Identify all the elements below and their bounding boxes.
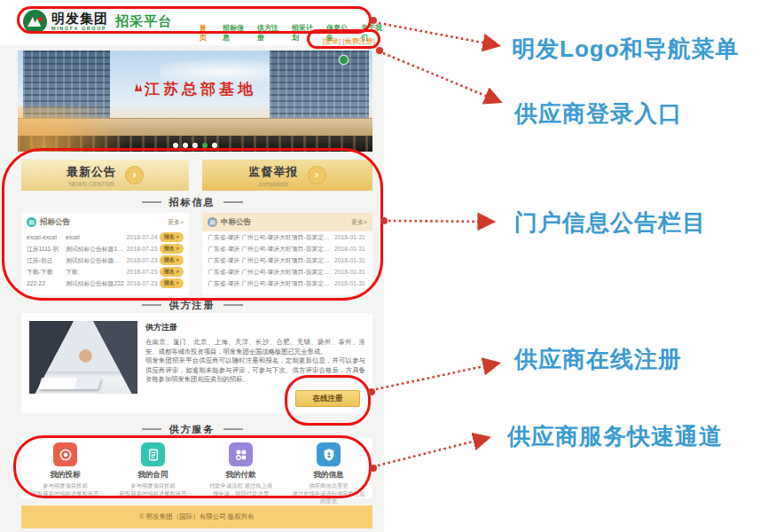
- title-dash: [223, 304, 243, 306]
- news-center-button[interactable]: 最新公告 NEWS CENTER ›: [21, 160, 189, 191]
- signup-button[interactable]: 报名 >: [160, 267, 184, 277]
- service-desc: 参与明发项目投标获取最新的招标进展和状态: [109, 482, 197, 497]
- table-row[interactable]: 广东省-肇庆 广州公司-肇庆大旺项目-前策定位... 2018-01-31: [202, 254, 372, 266]
- row-date: 2018-01-31: [334, 234, 367, 240]
- carousel-dot-active[interactable]: [202, 143, 208, 148]
- table-row[interactable]: excel-excel excel 2018-07-24 报名 >: [21, 231, 189, 243]
- row-region: 江苏1111-宿: [27, 245, 66, 254]
- table-row[interactable]: 江苏1111-宿 测试招标公告标题1111 2018-07-23 报名 >: [21, 243, 189, 254]
- annotation-portal-info: 门户信息公告栏目: [514, 207, 706, 239]
- callout-dot: [370, 17, 377, 24]
- row-title: 测试招标公告标题附件: [66, 256, 127, 265]
- row-title: 广东省-肇庆 广州公司-肇庆大旺项目-前策定位...: [208, 268, 334, 277]
- annotated-screenshot: 明发集团 MINGFA GROUP 招采平台 首页 招标信息 供方注册 招采计划…: [0, 0, 776, 532]
- payment-blocks-icon: [229, 442, 253, 466]
- table-row[interactable]: 广东省-肇庆 广州公司-肇庆大旺项目-前策定位... 2018-01-31: [202, 231, 372, 243]
- banner-building-logo-icon: [340, 56, 348, 64]
- banner-sign-logo-icon: [134, 83, 143, 95]
- table-row[interactable]: 广东省-肇庆 广州公司-肇庆大旺项目-前策定位... 2018-01-31: [202, 243, 372, 254]
- service-desc: 供应商信息变更通过在线申请进行供应商信息的变更: [285, 482, 372, 505]
- annotation-service-channel: 供应商服务快速通道: [507, 421, 723, 452]
- brand-name: 明发集团: [51, 12, 108, 26]
- service-my-payments[interactable]: 我的付款 付款申请流程 通过线上填报申请，跟踪付款进度: [197, 438, 285, 498]
- service-desc: 付款申请流程 通过线上填报申请，跟踪付款进度: [197, 482, 285, 497]
- row-title: 广东省-肇庆 广州公司-肇庆大旺项目-前策定位...: [208, 233, 334, 242]
- award-board-header: ▤ 中标公告 更多>: [202, 213, 372, 231]
- hero-banner[interactable]: 江苏总部基地: [18, 51, 372, 152]
- copyright-footer: © 明发集团（国际）有限公司 版权所有: [21, 505, 372, 528]
- signup-button[interactable]: 报名 >: [160, 255, 184, 265]
- row-title: excel: [66, 234, 127, 240]
- mingfa-logo-icon: [23, 10, 47, 34]
- row-title: 下载: [66, 268, 127, 277]
- table-row[interactable]: 广东省-肇庆 广州公司-肇庆大旺项目-前策定位... 2018-01-31: [202, 278, 372, 289]
- contract-icon: [141, 442, 165, 466]
- site-header: 明发集团 MINGFA GROUP 招采平台 首页 招标信息 供方注册 招采计划…: [0, 0, 384, 45]
- table-row[interactable]: 下载-下载 下载 2018-07-23 报名 >: [21, 266, 189, 278]
- row-date: 2018-01-31: [334, 269, 367, 275]
- callout-dot: [368, 388, 375, 395]
- signup-button[interactable]: 报名 >: [160, 232, 184, 242]
- service-my-contracts[interactable]: 我的合同 参与明发项目投标获取最新的招标进展和状态: [109, 438, 197, 498]
- complaints-button[interactable]: 监督举报 complaints ›: [202, 160, 372, 191]
- annotation-logo-nav: 明发Logo和导航菜单: [512, 34, 740, 65]
- service-name: 我的信息: [285, 470, 372, 481]
- row-date: 2018-07-23: [127, 257, 160, 263]
- callout-dot: [370, 465, 377, 472]
- callout-dot: [376, 47, 383, 54]
- award-announcement-board: ▤ 中标公告 更多> 广东省-肇庆 广州公司-肇庆大旺项目-前策定位... 20…: [202, 213, 372, 295]
- target-icon: [53, 442, 77, 466]
- login-register-links[interactable]: [登录] [免费注册]: [323, 36, 375, 46]
- online-register-button[interactable]: 在线注册: [295, 390, 360, 407]
- banner-headline: 江苏总部基地: [18, 79, 372, 99]
- annotation-supplier-login: 供应商登录入口: [514, 98, 682, 129]
- service-my-info[interactable]: 我的信息 供应商信息变更通过在线申请进行供应商信息的变更: [285, 438, 372, 498]
- register-paragraph-1: 在南京、厦门、北京、上海、天津、长沙、合肥、无锡、扬州、泰州、淮安、成都等城市投…: [145, 338, 365, 356]
- signup-button[interactable]: 报名 >: [160, 244, 184, 254]
- nav-item-supplier-register[interactable]: 供方注册: [257, 23, 280, 43]
- table-row[interactable]: 222-22 测试招标公告标题222 2018-07-23 报名 >: [21, 278, 189, 289]
- document-icon: ▤: [208, 217, 217, 227]
- register-title: 供方注册: [145, 322, 365, 333]
- section-title-register: 供方注册: [0, 299, 384, 312]
- platform-name: 招采平台: [115, 13, 172, 30]
- service-desc: 参与明发项目投标获取最新的招标进展和状态: [21, 482, 109, 497]
- carousel-dot[interactable]: [173, 143, 178, 148]
- nav-item-procurement-plan[interactable]: 招采计划: [292, 23, 315, 43]
- nav-item-tender-info[interactable]: 招标信息: [223, 23, 246, 43]
- shield-icon: [317, 442, 341, 466]
- carousel-dot[interactable]: [183, 143, 188, 148]
- row-date: 2018-07-23: [127, 246, 160, 252]
- award-board-more-link[interactable]: 更多>: [351, 218, 367, 227]
- row-region: excel-excel: [27, 234, 66, 240]
- row-date: 2018-07-24: [127, 234, 160, 240]
- mingfa-logo[interactable]: 明发集团 MINGFA GROUP 招采平台: [23, 10, 172, 34]
- table-row[interactable]: 广东省-肇庆 广州公司-肇庆大旺项目-前策定位... 2018-01-31: [202, 266, 372, 278]
- arrow-circle-icon: ›: [308, 166, 326, 184]
- award-board-title: 中标公告: [221, 217, 251, 228]
- service-name: 我的投标: [21, 470, 109, 481]
- document-icon: ▤: [27, 217, 36, 227]
- service-my-bids[interactable]: 我的投标 参与明发项目投标获取最新的招标进展和状态: [21, 438, 109, 498]
- table-row[interactable]: 江苏-宿迁 测试招标公告标题附件 2018-07-23 报名 >: [21, 254, 189, 266]
- nav-item-home[interactable]: 首页: [200, 23, 211, 43]
- tender-announcement-board: ▤ 招标公告 更多> excel-excel excel 2018-07-24 …: [21, 213, 189, 295]
- carousel-dot[interactable]: [212, 143, 217, 148]
- title-dash: [223, 428, 243, 430]
- tender-board-header: ▤ 招标公告 更多>: [21, 213, 189, 231]
- row-date: 2018-07-23: [127, 269, 160, 275]
- row-title: 广东省-肇庆 广州公司-肇庆大旺项目-前策定位...: [208, 256, 334, 265]
- row-date: 2018-01-31: [334, 246, 367, 252]
- row-region: 江苏-宿迁: [27, 256, 66, 265]
- carousel-dot[interactable]: [192, 143, 198, 148]
- tender-board-more-link[interactable]: 更多>: [168, 218, 184, 227]
- signup-button[interactable]: 报名 >: [160, 278, 184, 288]
- complaints-subtitle: complaints: [249, 181, 299, 187]
- handshake-photo: [29, 321, 137, 394]
- row-title: 测试招标公告标题222: [66, 279, 127, 288]
- row-date: 2018-07-23: [127, 280, 160, 286]
- brand-text: 明发集团 MINGFA GROUP: [51, 12, 108, 32]
- carousel-dots: [18, 143, 372, 148]
- title-dash: [223, 201, 243, 203]
- row-date: 2018-01-31: [334, 257, 367, 263]
